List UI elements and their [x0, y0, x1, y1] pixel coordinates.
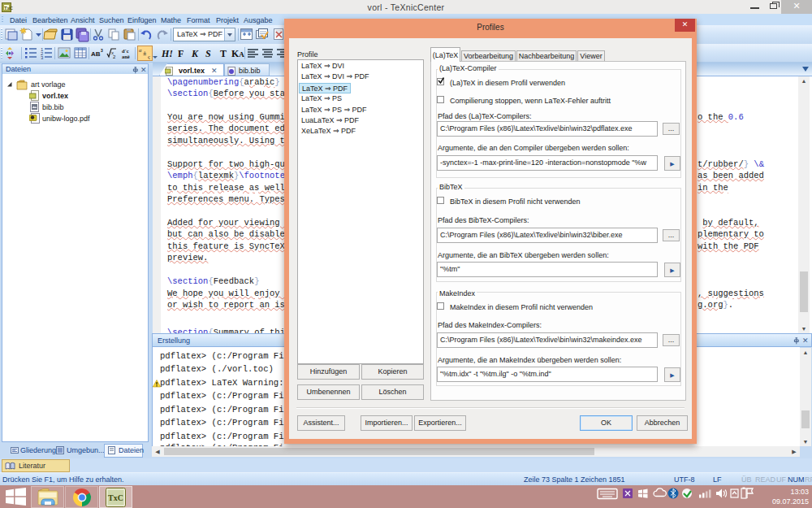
svg-text:2: 2 — [113, 54, 116, 59]
svg-text:TxC: TxC — [108, 493, 123, 502]
svg-text:d´c: d´c — [122, 48, 129, 54]
svg-text:ς: ς — [148, 54, 150, 60]
svg-text:anê: anê — [122, 54, 130, 59]
svg-text:AB: AB — [91, 50, 101, 58]
svg-text:±: ± — [143, 50, 147, 57]
svg-text:3: 3 — [41, 55, 44, 60]
svg-text:α: α — [139, 47, 142, 53]
svg-text:3: 3 — [101, 48, 103, 53]
